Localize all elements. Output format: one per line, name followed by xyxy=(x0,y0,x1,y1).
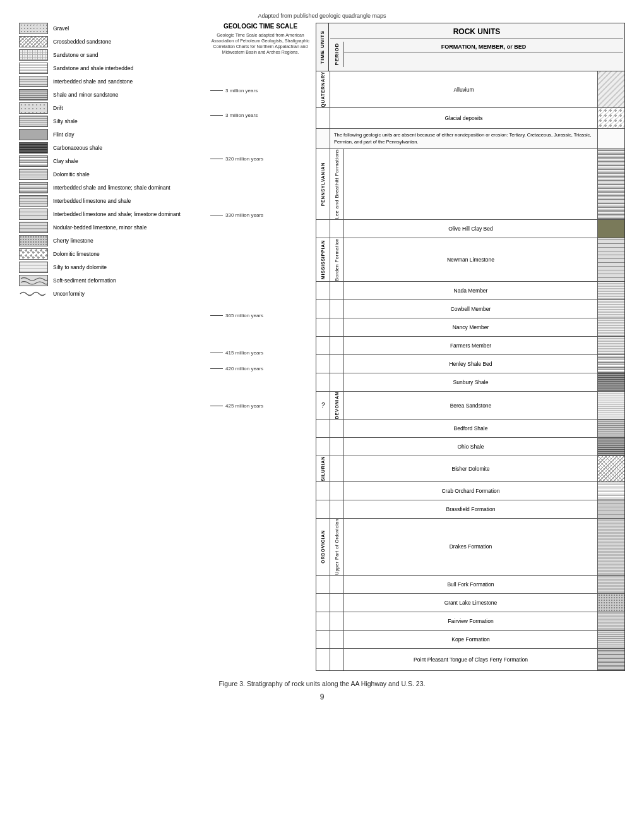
legend-label-ss-shale: Sandstone and shale interbedded xyxy=(53,65,205,71)
cell-upper-ord-5 xyxy=(330,631,344,648)
time-marker-label-7: 420 million years xyxy=(225,366,263,372)
time-marker-label-2: 3 million years xyxy=(225,112,258,118)
rock-units-title: ROCK UNITS xyxy=(330,27,623,36)
legend-symbol-shale-minor-ss xyxy=(19,89,48,100)
cell-sunbury: Sunbury Shale xyxy=(344,373,598,391)
cell-mississippian-4 xyxy=(316,318,330,336)
legend-symbol-silty-dolomite xyxy=(19,262,48,273)
cell-silurian-sub-3 xyxy=(330,500,344,518)
cell-kope: Kope Formation xyxy=(344,631,598,648)
pat-lee-brea xyxy=(598,149,624,219)
lee-breathitt-label: Lee and Breathitt Formations xyxy=(334,149,340,219)
cell-borden-2 xyxy=(330,282,344,299)
legend-label-dolomitic-shale: Dolomitic shale xyxy=(53,171,205,178)
time-marker-line-5 xyxy=(210,315,223,316)
pat-alluvium xyxy=(598,71,624,107)
row-drakes: ORDOVICIAN Upper Part of Ordovician Drak… xyxy=(316,519,624,576)
legend-symbol-clay-shale xyxy=(19,155,48,167)
cell-mississippian-5 xyxy=(316,337,330,354)
cell-bull-fork: Bull Fork Formation xyxy=(344,576,598,593)
pat-drakes xyxy=(598,519,624,575)
legend-symbol-dolomitic-ls xyxy=(19,248,48,260)
cell-borden-5 xyxy=(330,337,344,354)
cell-farmers: Farmers Member xyxy=(344,337,598,354)
cell-mississippian-6 xyxy=(316,355,330,373)
period-header: PERIOD xyxy=(330,42,344,67)
adapted-text: Adapted from published geologic quadrang… xyxy=(19,13,625,19)
legend-label-flint-clay: Flint clay xyxy=(53,131,205,138)
cell-upper-ord-3 xyxy=(330,594,344,612)
legend-label-dolomitic-ls: Dolomitic limestone xyxy=(53,251,205,257)
notice-text: The following geologic units are absent … xyxy=(330,129,598,148)
time-marker-420my: 420 million years xyxy=(210,366,311,372)
row-kope: Kope Formation xyxy=(316,631,624,649)
cell-berea: Berea Sandstone xyxy=(344,392,598,419)
cell-period-pennsylvanian-1: PENNSYLVANIAN xyxy=(316,149,330,219)
row-bisher: SILURIAN Bisher Dolomite xyxy=(316,456,624,481)
legend-label-drift: Drift xyxy=(53,105,205,111)
cell-upper-ord-4 xyxy=(330,612,344,630)
cell-borden-4 xyxy=(330,318,344,336)
borden-formation-label: Borden Formation xyxy=(334,238,340,281)
time-marker-label-3: 320 million years xyxy=(225,156,263,162)
cell-silurian-1: SILURIAN xyxy=(316,456,330,481)
legend-label-sh-ss: Interbedded shale and sandstone xyxy=(53,78,205,85)
time-marker-label-8: 425 million years xyxy=(225,403,263,409)
row-notice: The following geologic units are absent … xyxy=(316,129,624,149)
cell-period-mississippian: MISSISSIPPIAN xyxy=(316,238,330,281)
time-marker-320my: 320 million years xyxy=(210,156,311,162)
page-number: 9 xyxy=(19,692,625,701)
cell-silurian-sub-2 xyxy=(330,482,344,500)
legend-symbol-sandstone xyxy=(19,49,48,61)
row-farmers: Farmers Member xyxy=(316,337,624,355)
time-marker-365my: 365 million years xyxy=(210,313,311,318)
time-marker-label-6: 415 million years xyxy=(225,350,263,356)
time-marker-line-8 xyxy=(210,406,223,406)
quaternary-label: QUATERNARY xyxy=(321,71,325,107)
cell-upper-ord-2 xyxy=(330,576,344,593)
legend-label-ls-sh-ls-dom: Interbedded limestone and shale; limesto… xyxy=(53,211,205,217)
pat-bisher xyxy=(598,456,624,481)
cell-period-quaternary-2 xyxy=(316,108,330,128)
cell-ordovician-6 xyxy=(316,649,330,670)
figure-caption: Figure 3. Stratigraphy of rock units alo… xyxy=(19,680,625,687)
cell-ordovician-3 xyxy=(316,594,330,612)
cell-ordovician-5 xyxy=(316,631,330,648)
legend-symbol-ls-sh-ls-dom xyxy=(19,208,48,220)
cell-borden-3 xyxy=(330,300,344,318)
legend-symbol-dolomitic-shale xyxy=(19,169,48,180)
time-units-label: TIME UNITS xyxy=(319,30,325,64)
row-brassfield: Brassfield Formation xyxy=(316,500,624,519)
row-bedford: Bedford Shale xyxy=(316,420,624,438)
legend-symbol-gravel xyxy=(19,23,48,34)
row-glacial: Glacial deposits xyxy=(316,108,624,129)
cell-cowbell: Cowbell Member xyxy=(344,300,598,318)
legend-label-cherty-ls: Cherty limestone xyxy=(53,238,205,244)
pat-farmers xyxy=(598,337,624,354)
pat-berea-cell xyxy=(598,392,624,419)
pat-fairview xyxy=(598,612,624,630)
row-fairview: Fairview Formation xyxy=(316,612,624,631)
pat-notice xyxy=(598,129,624,148)
legend-symbol-nodular xyxy=(19,222,48,233)
legend-symbol-cherty-ls xyxy=(19,235,48,246)
time-marker-label-1: 3 million years xyxy=(225,88,258,94)
cell-period-quaternary-1: QUATERNARY xyxy=(316,71,330,107)
legend-symbol-carbonaceous-shale xyxy=(19,142,48,154)
devonian-label: DEVONIAN xyxy=(335,392,339,419)
strat-header-time: TIME UNITS xyxy=(316,23,329,71)
cell-mississippian-2 xyxy=(316,282,330,299)
strat-chart: TIME UNITS ROCK UNITS PERIOD FORMATION, … xyxy=(316,23,625,671)
cell-devonian-question: ? xyxy=(316,392,330,419)
cell-ohio: Ohio Shale xyxy=(344,438,598,456)
cell-devonian-3 xyxy=(330,420,344,437)
legend-label-shale-minor-ss: Shale and minor sandstone xyxy=(53,92,205,98)
legend-label-clay-shale: Clay shale xyxy=(53,158,205,164)
cell-period-notice xyxy=(316,129,330,148)
pat-bedford xyxy=(598,420,624,437)
row-bull-fork: Bull Fork Formation xyxy=(316,576,624,594)
row-sunbury: Sunbury Shale xyxy=(316,373,624,392)
cell-glacial: Glacial deposits xyxy=(330,108,598,128)
silurian-label: SILURIAN xyxy=(321,456,325,481)
cell-ordovician-1: ORDOVICIAN xyxy=(316,519,330,575)
